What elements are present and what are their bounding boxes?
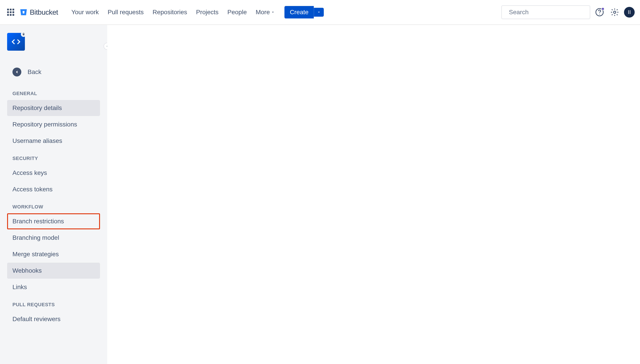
nav-your-work-label: Your work [71, 9, 99, 16]
bitbucket-logo-icon [20, 8, 28, 16]
nav-projects[interactable]: Projects [192, 6, 223, 19]
back-link[interactable]: Back [7, 64, 100, 80]
create-button-group: Create [284, 6, 324, 18]
user-avatar[interactable]: II [624, 7, 635, 18]
chevron-down-icon [317, 10, 321, 14]
settings-button[interactable] [609, 6, 620, 18]
svg-rect-5 [23, 34, 24, 35]
gear-icon [610, 8, 619, 17]
nav-projects-label: Projects [196, 9, 218, 16]
chevron-left-icon [105, 44, 107, 48]
create-dropdown-button[interactable] [314, 8, 324, 17]
lock-icon [22, 33, 25, 36]
sidebar-item-username-aliases[interactable]: Username aliases [7, 133, 100, 149]
sidebar-item-links[interactable]: Links [7, 279, 100, 295]
sidebar-item-access-tokens[interactable]: Access tokens [7, 181, 100, 197]
sidebar-item-access-keys[interactable]: Access keys [7, 165, 100, 181]
notification-dot [601, 7, 604, 10]
main-content [107, 25, 640, 364]
nav-repositories[interactable]: Repositories [148, 6, 192, 19]
nav-repositories-label: Repositories [152, 9, 187, 16]
search-box[interactable] [501, 5, 590, 19]
chevron-down-icon [271, 10, 275, 14]
section-pull-requests-header: PULL REQUESTS [7, 302, 100, 311]
repository-avatar[interactable] [7, 33, 25, 51]
svg-point-3 [599, 14, 600, 14]
private-badge [21, 32, 26, 37]
sidebar-item-repository-permissions[interactable]: Repository permissions [7, 116, 100, 132]
apps-grid-icon [7, 9, 14, 16]
sidebar-item-default-reviewers[interactable]: Default reviewers [7, 311, 100, 327]
nav-more-label: More [256, 9, 270, 16]
header-right-group: II [501, 5, 635, 19]
top-header: Bitbucket Your work Pull requests Reposi… [0, 0, 640, 25]
sidebar-item-merge-strategies[interactable]: Merge strategies [7, 246, 100, 262]
code-icon [12, 37, 20, 46]
create-button[interactable]: Create [284, 6, 314, 18]
nav-pull-requests-label: Pull requests [108, 9, 144, 16]
nav-your-work[interactable]: Your work [67, 6, 103, 19]
svg-point-4 [614, 11, 616, 13]
bitbucket-logo-text: Bitbucket [30, 8, 58, 16]
help-button[interactable] [594, 6, 605, 18]
sidebar-item-branching-model[interactable]: Branching model [7, 230, 100, 246]
section-workflow-header: WORKFLOW [7, 204, 100, 213]
sidebar-collapse-button[interactable] [104, 43, 107, 50]
bitbucket-logo[interactable]: Bitbucket [20, 8, 58, 16]
nav-people[interactable]: People [223, 6, 251, 19]
nav-pull-requests[interactable]: Pull requests [103, 6, 148, 19]
section-security-header: SECURITY [7, 156, 100, 165]
sidebar: Back GENERAL Repository details Reposito… [0, 25, 107, 364]
sidebar-item-repository-details[interactable]: Repository details [7, 100, 100, 116]
sidebar-item-branch-restrictions[interactable]: Branch restrictions [7, 213, 100, 229]
nav-more[interactable]: More [251, 6, 279, 19]
primary-nav: Your work Pull requests Repositories Pro… [67, 6, 279, 19]
nav-people-label: People [227, 9, 247, 16]
main-layout: Back GENERAL Repository details Reposito… [0, 25, 640, 364]
app-switcher-button[interactable] [5, 7, 16, 18]
back-arrow-icon [12, 68, 21, 76]
search-input[interactable] [509, 9, 588, 16]
back-label: Back [28, 68, 41, 76]
sidebar-item-webhooks[interactable]: Webhooks [7, 263, 100, 279]
section-general-header: GENERAL [7, 91, 100, 100]
